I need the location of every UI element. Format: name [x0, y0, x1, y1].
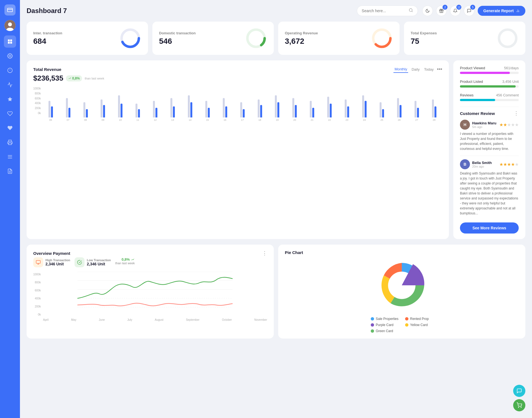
total-revenue-card: Total Revenue Monthly Daily Today ••• $2…	[27, 60, 449, 239]
revenue-amount-row: $236,535 0,8% than last week	[33, 74, 442, 83]
stat-label-domestic: Domestic transaction	[159, 31, 196, 35]
review-text: I viewed a number of properties with Jus…	[460, 131, 519, 151]
reviewer-name: Bella Smith	[472, 161, 492, 165]
middle-row: Total Revenue Monthly Daily Today ••• $2…	[27, 60, 525, 239]
chat-badge: 5	[470, 5, 475, 10]
pie-dot-sale	[371, 317, 374, 320]
pie-legend: Sale Properties Rented Prop Purple Card …	[371, 317, 433, 333]
progress-fill	[460, 85, 516, 88]
reviewer-info: H Hawkins Maru 5m ago ★★★★★	[460, 120, 519, 130]
metric-item: Reviews 456 Comment	[460, 93, 519, 101]
chat-btn[interactable]: 5	[464, 6, 474, 16]
bar-chart-y-labels: 1000k 800k 600k 400k 200k 0k	[33, 87, 41, 115]
svg-rect-6	[10, 40, 12, 42]
svg-point-3	[8, 22, 12, 26]
metric-value: 3,456 Unit	[502, 80, 519, 84]
bell-btn[interactable]: 12	[450, 6, 461, 16]
customer-review-title: Customer Review	[460, 111, 495, 116]
metric-header: Product Listed 3,456 Unit	[460, 80, 519, 84]
pie-legend-green: Green Card	[371, 329, 398, 333]
tab-today[interactable]: Today	[423, 66, 435, 73]
review-more-btn[interactable]: ⋮	[514, 110, 519, 116]
tab-monthly[interactable]: Monthly	[393, 66, 408, 73]
low-transaction-label: Low Transaction	[87, 258, 111, 262]
pie-legend-purple: Purple Card	[371, 323, 398, 327]
dark-mode-btn[interactable]	[422, 6, 433, 16]
line-chart-wrap: 1000k 800k 600k 400k 200k 0k	[33, 272, 267, 321]
avatar[interactable]	[4, 20, 16, 31]
bar-chart-area: 1000k 800k 600k 400k 200k 0k 06070809101…	[33, 87, 442, 121]
sidebar-item-dashboard[interactable]	[4, 35, 16, 48]
pie-label-green: Green Card	[376, 329, 393, 333]
stat-cards: Inter. transaction 684 Domestic transact…	[27, 22, 525, 55]
fab-support[interactable]	[513, 385, 525, 397]
fab-cart[interactable]	[513, 399, 525, 411]
sidebar-logo[interactable]	[4, 4, 16, 16]
line-chart-svg-wrap: April May June July August September Oct…	[43, 272, 267, 321]
metric-value: 456 Comment	[496, 93, 519, 97]
sidebar-item-reports[interactable]	[4, 165, 16, 177]
sidebar-item-analytics[interactable]	[4, 79, 16, 91]
donut-expenses	[497, 27, 519, 49]
metric-header: Reviews 456 Comment	[460, 93, 519, 97]
reviewer-time: 5m ago	[472, 125, 496, 129]
stat-card-info-revenue: Operating Revenue 3,672	[285, 31, 318, 46]
pie-card-header: Pie Chart	[285, 250, 519, 255]
stat-value-domestic: 546	[159, 37, 196, 46]
pie-dot-rented	[405, 317, 408, 320]
sidebar-item-settings[interactable]	[4, 50, 16, 62]
high-transaction-icon	[33, 257, 43, 267]
svg-point-20	[409, 9, 412, 12]
stat-label-expenses: Total Expenses	[411, 31, 437, 35]
generate-report-button[interactable]: Generate Report	[478, 6, 525, 16]
search-icon	[409, 8, 413, 14]
overview-payment-card: Overview Payment ⋮ High Transaction 2,34…	[27, 245, 274, 338]
high-transaction-value: 2,346 Unit	[45, 262, 70, 266]
low-transaction-info: Low Transaction 2,346 Unit	[87, 258, 111, 266]
svg-marker-13	[8, 97, 12, 101]
review-divider	[460, 156, 519, 156]
progress-fill	[460, 99, 495, 101]
metric-item: Product Viewed 561/days	[460, 66, 519, 74]
sidebar-item-favorites[interactable]	[4, 93, 16, 105]
stat-value-inter: 684	[33, 37, 62, 46]
metric-value: 561/days	[504, 66, 519, 70]
see-more-reviews-button[interactable]: See More Reviews	[460, 222, 519, 234]
sidebar-item-info[interactable]	[4, 64, 16, 76]
revenue-more-btn[interactable]: •••	[437, 66, 442, 72]
star-rating: ★★★★★	[499, 162, 519, 167]
line-chart-x-labels: April May June July August September Oct…	[43, 318, 267, 321]
svg-point-9	[9, 55, 11, 57]
progress-bar	[460, 85, 519, 88]
bar-labels: 0607080910111213141516171819202122232425…	[42, 119, 442, 121]
pie-label-rented: Rented Prop	[410, 317, 429, 321]
sidebar-item-saved[interactable]	[4, 122, 16, 134]
tab-daily[interactable]: Daily	[410, 66, 421, 73]
reviewer-time: 20m ago	[472, 165, 492, 168]
sidebar-item-print[interactable]	[4, 136, 16, 148]
bar-chart-bars: 0607080910111213141516171819202122232425…	[42, 87, 442, 121]
metric-header: Product Viewed 561/days	[460, 66, 519, 70]
fab-container	[513, 385, 525, 411]
search-box[interactable]	[357, 6, 418, 16]
review-card: B Bella Smith 20m ago ★★★★★ Dealing with…	[460, 159, 519, 216]
revenue-change-badge: 0,8%	[66, 75, 82, 81]
pie-label-purple: Purple Card	[376, 323, 393, 327]
header: Dashboard 7 2 12 5 Gener	[27, 6, 525, 16]
metric-name: Reviews	[460, 93, 474, 97]
gift-btn[interactable]: 2	[436, 6, 447, 16]
sidebar-item-heart[interactable]	[4, 107, 16, 120]
generate-report-label: Generate Report	[483, 9, 514, 13]
payment-legend: High Transaction 2,346 Unit Low Transact…	[33, 257, 267, 267]
pie-legend-rented: Rented Prop	[405, 317, 433, 321]
payment-more-btn[interactable]: ⋮	[262, 250, 267, 256]
stat-card-info-expenses: Total Expenses 75	[411, 31, 437, 46]
svg-point-44	[518, 407, 519, 408]
reviewer-avatar: H	[460, 120, 470, 130]
search-input[interactable]	[362, 9, 406, 13]
sidebar-item-menu[interactable]	[4, 151, 16, 163]
svg-rect-5	[8, 40, 10, 42]
payment-change-pct: 0,8%	[122, 257, 130, 261]
pie-content: Sale Properties Rented Prop Purple Card …	[285, 256, 519, 333]
sidebar	[0, 0, 20, 418]
